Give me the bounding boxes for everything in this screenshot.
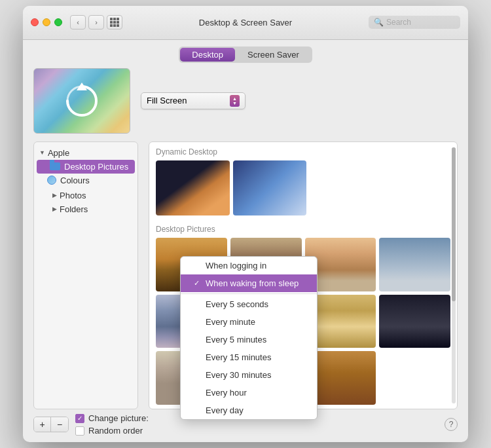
fill-screen-label: Fill Screen bbox=[147, 96, 187, 105]
tab-desktop[interactable]: Desktop bbox=[180, 48, 235, 62]
random-order-text: Random order bbox=[88, 426, 143, 436]
expand-triangle-icon: ▶ bbox=[52, 192, 57, 198]
menu-check-2: ✓ bbox=[194, 279, 202, 288]
scrollbar-thumb[interactable] bbox=[452, 147, 456, 301]
sidebar-item-desktop-pictures[interactable]: Desktop Pictures bbox=[37, 160, 135, 174]
menu-item-label-2: Every 5 seconds bbox=[206, 299, 268, 309]
sidebar-apple-header[interactable]: ▼ Apple bbox=[34, 146, 137, 160]
sidebar-folders-label: Folders bbox=[60, 204, 88, 214]
sidebar: ▼ Apple Desktop Pictures Colours ▶ Photo… bbox=[33, 141, 138, 409]
menu-item-30min[interactable]: Every 30 minutes bbox=[181, 366, 317, 384]
preview-background bbox=[34, 69, 130, 133]
minimize-button[interactable] bbox=[43, 18, 50, 26]
menu-item-label-6: Every 30 minutes bbox=[206, 370, 271, 380]
search-icon: 🔍 bbox=[374, 18, 384, 27]
sidebar-item-colours[interactable]: Colours bbox=[34, 174, 137, 187]
help-button[interactable]: ? bbox=[445, 418, 458, 431]
globe-icon bbox=[47, 176, 56, 185]
desktop-thumb-4[interactable] bbox=[379, 238, 450, 291]
add-remove-buttons: + − bbox=[33, 417, 69, 432]
change-picture-checkbox[interactable]: ✓ bbox=[75, 414, 84, 423]
sidebar-item-folders[interactable]: ▶ Folders bbox=[34, 202, 137, 216]
menu-item-label-1: When waking from sleep bbox=[206, 278, 299, 288]
change-picture-text: Change picture: bbox=[88, 413, 149, 423]
remove-button[interactable]: − bbox=[51, 417, 68, 432]
dynamic-desktop-title: Dynamic Desktop bbox=[156, 147, 450, 157]
dynamic-desktop-section: Dynamic Desktop bbox=[149, 142, 457, 219]
sidebar-apple-label: Apple bbox=[48, 148, 69, 158]
segmented-control: Desktop Screen Saver bbox=[179, 47, 312, 63]
add-button[interactable]: + bbox=[34, 417, 51, 432]
menu-item-1day[interactable]: Every day bbox=[181, 401, 317, 419]
dropdown-menu: When logging in ✓ When waking from sleep… bbox=[180, 256, 318, 420]
preview-image bbox=[33, 68, 130, 134]
menu-item-5sec[interactable]: Every 5 seconds bbox=[181, 295, 317, 313]
dynamic-thumb-1[interactable] bbox=[156, 160, 230, 215]
expand-triangle-icon-2: ▶ bbox=[52, 206, 57, 212]
change-picture-label: ✓ Change picture: bbox=[75, 413, 149, 423]
sidebar-photos-label: Photos bbox=[60, 191, 86, 200]
menu-item-1hour[interactable]: Every hour bbox=[181, 384, 317, 401]
titlebar: ‹ › Desktop & Screen Saver 🔍 Search bbox=[23, 6, 468, 40]
traffic-lights bbox=[31, 18, 62, 26]
menu-item-label-4: Every 5 minutes bbox=[206, 335, 266, 345]
random-order-checkbox[interactable]: ✓ bbox=[75, 426, 84, 436]
window-title: Desktop & Screen Saver bbox=[199, 18, 292, 28]
main-window: ‹ › Desktop & Screen Saver 🔍 Search Desk… bbox=[23, 6, 468, 442]
sidebar-desktop-pictures-label: Desktop Pictures bbox=[64, 162, 128, 172]
select-arrows-icon: ▲ ▼ bbox=[230, 95, 240, 107]
arrow-ring-icon bbox=[62, 81, 101, 121]
back-button[interactable]: ‹ bbox=[70, 15, 86, 29]
menu-item-label-3: Every minute bbox=[206, 317, 255, 327]
grid-icon bbox=[110, 18, 119, 27]
grid-view-button[interactable] bbox=[107, 15, 122, 29]
tab-screen-saver[interactable]: Screen Saver bbox=[236, 48, 311, 62]
toolbar: Desktop Screen Saver bbox=[23, 40, 468, 68]
menu-divider bbox=[181, 293, 317, 294]
menu-item-label-8: Every day bbox=[206, 405, 244, 415]
fill-screen-select[interactable]: Fill Screen ▲ ▼ bbox=[141, 92, 245, 109]
search-box[interactable]: 🔍 Search bbox=[369, 16, 460, 29]
search-placeholder: Search bbox=[386, 18, 411, 27]
close-button[interactable] bbox=[31, 18, 39, 26]
menu-item-1min[interactable]: Every minute bbox=[181, 313, 317, 331]
menu-item-label-5: Every 15 minutes bbox=[206, 352, 271, 362]
sidebar-apple-section: ▼ Apple Desktop Pictures Colours bbox=[34, 145, 137, 189]
menu-item-15min[interactable]: Every 15 minutes bbox=[181, 348, 317, 366]
sidebar-colours-label: Colours bbox=[60, 176, 90, 185]
nav-buttons: ‹ › bbox=[70, 15, 104, 29]
checkboxes: ✓ Change picture: ✓ Random order bbox=[75, 413, 149, 436]
menu-item-logging-in[interactable]: When logging in bbox=[181, 257, 317, 274]
forward-button[interactable]: › bbox=[88, 15, 104, 29]
menu-item-5min[interactable]: Every 5 minutes bbox=[181, 331, 317, 348]
folder-icon bbox=[50, 162, 60, 170]
sidebar-item-photos[interactable]: ▶ Photos bbox=[34, 189, 137, 202]
random-order-label: ✓ Random order bbox=[75, 426, 149, 436]
dynamic-desktop-grid bbox=[156, 160, 306, 215]
menu-item-waking-sleep[interactable]: ✓ When waking from sleep bbox=[181, 274, 317, 292]
scrollbar[interactable] bbox=[452, 147, 456, 403]
preview-row: Fill Screen ▲ ▼ bbox=[23, 68, 468, 139]
maximize-button[interactable] bbox=[54, 18, 62, 26]
menu-item-label-7: Every hour bbox=[206, 388, 247, 398]
dynamic-thumb-2[interactable] bbox=[233, 160, 307, 215]
desktop-thumb-8[interactable] bbox=[379, 295, 450, 348]
desktop-pictures-title: Desktop Pictures bbox=[156, 225, 450, 234]
menu-item-label-0: When logging in bbox=[206, 261, 266, 271]
collapse-triangle-icon: ▼ bbox=[39, 149, 45, 156]
